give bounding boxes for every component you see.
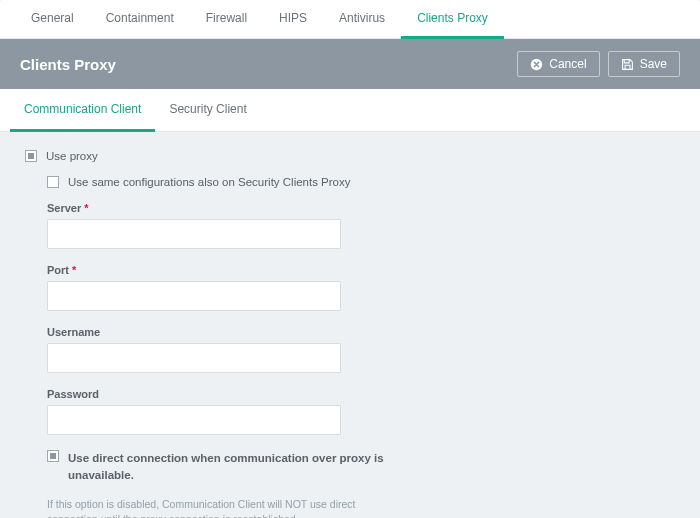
sub-tab-communication-client[interactable]: Communication Client bbox=[10, 89, 155, 132]
save-label: Save bbox=[640, 57, 667, 71]
port-label-text: Port bbox=[47, 264, 69, 276]
direct-connection-row: Use direct connection when communication… bbox=[47, 450, 675, 483]
tab-antivirus[interactable]: Antivirus bbox=[323, 0, 401, 39]
use-proxy-checkbox[interactable] bbox=[25, 150, 37, 162]
server-label-text: Server bbox=[47, 202, 81, 214]
tab-clients-proxy[interactable]: Clients Proxy bbox=[401, 0, 504, 39]
main-tab-bar: General Containment Firewall HIPS Antivi… bbox=[0, 0, 700, 39]
use-same-config-checkbox[interactable] bbox=[47, 176, 59, 188]
password-input[interactable] bbox=[47, 405, 341, 435]
username-field: Username bbox=[47, 326, 675, 373]
panel-body: Use proxy Use same configurations also o… bbox=[0, 132, 700, 518]
panel-header: Clients Proxy Cancel Save bbox=[0, 39, 700, 89]
required-marker: * bbox=[72, 264, 76, 276]
username-label: Username bbox=[47, 326, 675, 338]
tab-general[interactable]: General bbox=[15, 0, 90, 39]
cancel-label: Cancel bbox=[549, 57, 586, 71]
server-label: Server * bbox=[47, 202, 675, 214]
use-proxy-row: Use proxy bbox=[25, 150, 675, 162]
sub-tab-security-client[interactable]: Security Client bbox=[155, 89, 260, 132]
port-label: Port * bbox=[47, 264, 675, 276]
panel-actions: Cancel Save bbox=[517, 51, 680, 77]
panel-title: Clients Proxy bbox=[20, 56, 116, 73]
tab-containment[interactable]: Containment bbox=[90, 0, 190, 39]
direct-connection-label: Use direct connection when communication… bbox=[68, 450, 398, 483]
tab-firewall[interactable]: Firewall bbox=[190, 0, 263, 39]
server-field: Server * bbox=[47, 202, 675, 249]
required-marker: * bbox=[84, 202, 88, 214]
save-icon bbox=[621, 58, 634, 71]
password-label: Password bbox=[47, 388, 675, 400]
port-field: Port * bbox=[47, 264, 675, 311]
use-same-config-label: Use same configurations also on Security… bbox=[68, 176, 351, 188]
use-same-config-row: Use same configurations also on Security… bbox=[47, 176, 675, 188]
use-proxy-label: Use proxy bbox=[46, 150, 98, 162]
tab-hips[interactable]: HIPS bbox=[263, 0, 323, 39]
cancel-button[interactable]: Cancel bbox=[517, 51, 599, 77]
password-field: Password bbox=[47, 388, 675, 435]
save-button[interactable]: Save bbox=[608, 51, 680, 77]
sub-tab-bar: Communication Client Security Client bbox=[0, 89, 700, 132]
username-input[interactable] bbox=[47, 343, 341, 373]
note-disabled: If this option is disabled, Communicatio… bbox=[47, 497, 387, 518]
form-body: Use proxy Use same configurations also o… bbox=[10, 132, 690, 518]
direct-connection-checkbox[interactable] bbox=[47, 450, 59, 462]
server-input[interactable] bbox=[47, 219, 341, 249]
port-input[interactable] bbox=[47, 281, 341, 311]
cancel-icon bbox=[530, 58, 543, 71]
